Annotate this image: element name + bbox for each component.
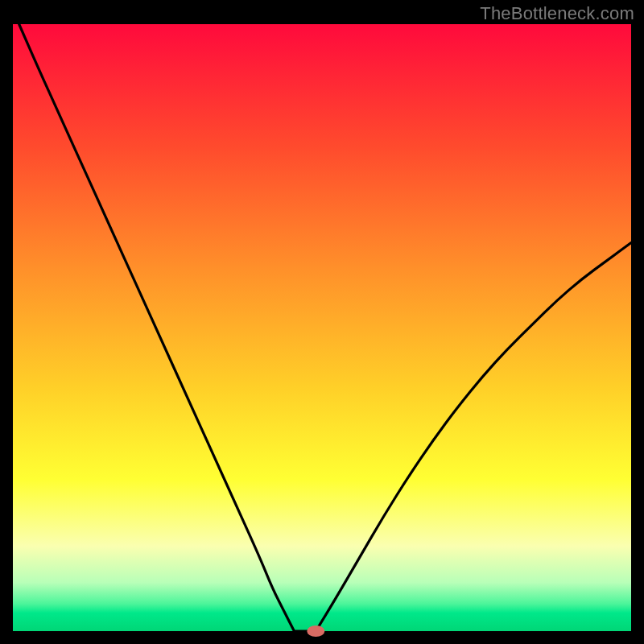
bottleneck-chart — [0, 0, 644, 644]
plot-background — [13, 24, 631, 631]
chart-frame: TheBottleneck.com — [0, 0, 644, 644]
watermark-text: TheBottleneck.com — [480, 3, 634, 24]
optimal-point-marker — [307, 625, 324, 637]
